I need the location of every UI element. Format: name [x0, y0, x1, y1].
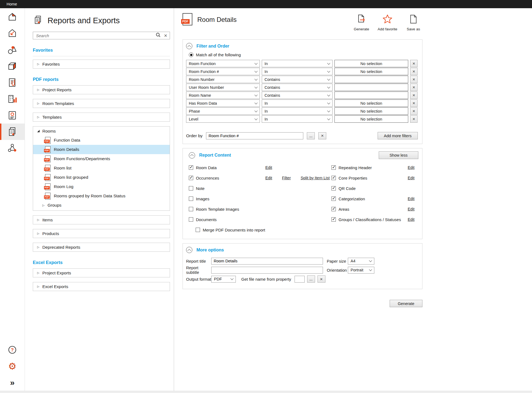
checkbox[interactable]	[189, 217, 193, 222]
documents-icon[interactable]	[0, 74, 25, 91]
checkbox[interactable]	[331, 217, 336, 222]
reports-icon[interactable]	[0, 124, 25, 140]
settings-icon[interactable]: ⚙	[0, 358, 25, 374]
buildings-icon[interactable]	[0, 9, 25, 25]
tree-item-items[interactable]: Items	[33, 215, 170, 224]
home-tab[interactable]: Home	[7, 2, 17, 6]
filter-value-box[interactable]: No selection	[334, 115, 408, 123]
tree-item-excel-exports[interactable]: Excel Exports	[33, 282, 170, 291]
report-title-input[interactable]	[211, 258, 323, 265]
output-format-dropdown[interactable]: PDF	[211, 276, 236, 283]
report-item[interactable]: Rooms grouped by Room Data Status	[33, 191, 170, 201]
edit-link[interactable]: Edit	[408, 176, 415, 180]
match-all-radio-row[interactable]: Match all of the following	[189, 52, 418, 57]
filter-operator-dropdown[interactable]: In	[262, 115, 333, 123]
items-icon[interactable]	[0, 42, 25, 58]
help-icon[interactable]: ?	[0, 342, 25, 358]
order-by-input[interactable]	[206, 132, 303, 139]
filter-field-dropdown[interactable]: Room Name	[186, 92, 260, 99]
filter-value-box[interactable]: No selection	[334, 60, 408, 67]
horizontal-scrollbar[interactable]	[0, 391, 532, 393]
checkbox[interactable]	[189, 196, 193, 201]
report-item[interactable]: Room list grouped	[33, 173, 170, 182]
checkbox[interactable]	[189, 207, 193, 211]
tree-subitem[interactable]: Groups	[33, 201, 170, 210]
collapse-section-icon[interactable]	[186, 43, 192, 49]
filter-field-dropdown[interactable]: Room Function #	[186, 68, 260, 75]
filter-operator-dropdown[interactable]: Contains	[262, 76, 333, 83]
edit-link[interactable]: Edit	[265, 176, 272, 180]
filter-operator-dropdown[interactable]: Contains	[262, 92, 333, 99]
filter-field-dropdown[interactable]: Phase	[186, 107, 260, 115]
collapse-section-icon[interactable]	[189, 152, 195, 159]
rooms-icon[interactable]	[0, 25, 25, 42]
products-icon[interactable]	[0, 58, 25, 74]
remove-filter-button[interactable]	[410, 92, 418, 99]
collapse-section-icon[interactable]	[186, 247, 192, 253]
report-item[interactable]: Function Data	[33, 136, 170, 145]
checkbox[interactable]	[189, 165, 193, 170]
edit-link[interactable]: Edit	[408, 196, 415, 201]
radio-button[interactable]	[189, 52, 193, 57]
filter-operator-dropdown[interactable]: In	[262, 99, 333, 107]
expand-sidebar-icon[interactable]: »	[0, 374, 25, 391]
clear-search-icon[interactable]	[164, 33, 167, 38]
remove-filter-button[interactable]	[410, 99, 418, 107]
remove-filter-button[interactable]	[410, 76, 418, 83]
clear-file-name-button[interactable]	[318, 275, 325, 283]
remove-filter-button[interactable]	[410, 84, 418, 91]
filter-value-box[interactable]: No selection	[334, 99, 408, 107]
edit-link[interactable]: Edit	[408, 207, 415, 211]
filter-link[interactable]: Filter	[282, 176, 291, 180]
filter-value-box[interactable]	[334, 92, 408, 99]
order-by-more-button[interactable]: ...	[307, 132, 315, 139]
checkbox[interactable]	[331, 196, 336, 201]
tree-item-project-reports[interactable]: Project Reports	[33, 85, 170, 94]
filter-operator-dropdown[interactable]: In	[262, 107, 333, 115]
connections-icon[interactable]	[0, 140, 25, 156]
report-item[interactable]: Room Functions/Departments	[33, 154, 170, 163]
filter-field-dropdown[interactable]: Room Function	[186, 60, 260, 67]
tree-item-favorites[interactable]: Favorites	[33, 60, 170, 69]
projects-icon[interactable]	[0, 91, 25, 107]
file-name-property-input[interactable]	[295, 276, 305, 283]
remove-filter-button[interactable]	[410, 115, 418, 123]
filter-field-dropdown[interactable]: User Room Number	[186, 84, 260, 91]
orientation-dropdown[interactable]: Portrait	[348, 267, 374, 274]
filter-value-box[interactable]	[334, 76, 408, 83]
tree-item-templates[interactable]: Templates	[33, 113, 170, 122]
checkbox[interactable]	[331, 207, 336, 211]
remove-filter-button[interactable]	[410, 68, 418, 75]
report-item[interactable]: Room list	[33, 163, 170, 173]
paper-size-dropdown[interactable]: A4	[348, 258, 374, 265]
tree-item-room-templates[interactable]: Room Templates	[33, 99, 170, 108]
edit-link[interactable]: Edit	[408, 165, 415, 170]
tree-item-deprecated-reports[interactable]: Deprecated Reports	[33, 243, 170, 252]
filter-operator-dropdown[interactable]: In	[262, 60, 333, 67]
filter-value-box[interactable]	[334, 84, 408, 91]
clear-order-by-button[interactable]	[318, 132, 326, 139]
systems-icon[interactable]	[0, 107, 25, 124]
add-more-filters-button[interactable]: Add more filters	[378, 132, 418, 139]
filter-value-box[interactable]: No selection	[334, 107, 408, 115]
checkbox[interactable]	[189, 186, 193, 190]
checkbox[interactable]	[189, 176, 193, 180]
add-favorite-action[interactable]: Add favorite	[378, 14, 397, 31]
checkbox[interactable]	[331, 176, 336, 180]
generate-button[interactable]: Generate	[390, 300, 422, 307]
search-icon[interactable]	[156, 33, 161, 39]
edit-link[interactable]: Edit	[265, 165, 272, 170]
edit-link[interactable]: Edit	[408, 217, 415, 222]
filter-operator-dropdown[interactable]: Contains	[262, 84, 333, 91]
generate-action[interactable]: Generate	[352, 14, 371, 31]
filter-field-dropdown[interactable]: Level	[186, 115, 260, 123]
tree-item-project-exports[interactable]: Project Exports	[33, 268, 170, 277]
split-by-item-list-link[interactable]: Split by Item List	[301, 176, 330, 180]
show-less-button[interactable]: Show less	[379, 151, 418, 159]
remove-filter-button[interactable]	[410, 107, 418, 115]
filter-field-dropdown[interactable]: Room Number	[186, 76, 260, 83]
report-item[interactable]: Room Log	[33, 182, 170, 191]
tree-item-rooms-header[interactable]: Rooms	[33, 127, 170, 136]
checkbox[interactable]	[331, 186, 336, 190]
remove-filter-button[interactable]	[410, 60, 418, 67]
